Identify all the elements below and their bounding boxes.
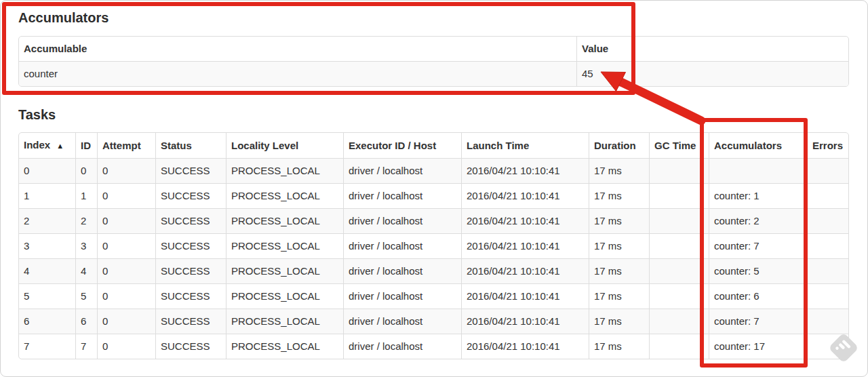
page-content: Accumulators AccumulableValue counter45 … <box>0 0 868 359</box>
table-cell: 2016/04/21 10:10:41 <box>461 208 589 233</box>
table-cell: 17 ms <box>589 283 649 309</box>
tasks-table: Index▲IDAttemptStatusLocality LevelExecu… <box>19 133 849 359</box>
table-cell: 7 <box>19 334 75 359</box>
tasks-section-heading: Tasks <box>18 106 868 123</box>
table-cell: 0 <box>97 283 155 309</box>
column-header-errors[interactable]: Errors <box>807 133 849 158</box>
table-cell: counter: 5 <box>709 258 807 283</box>
table-cell: counter: 1 <box>709 183 807 208</box>
table-cell <box>807 283 849 309</box>
table-cell: 17 ms <box>589 183 649 208</box>
table-cell: 0 <box>97 183 155 208</box>
table-cell: 17 ms <box>589 334 649 359</box>
table-cell: 3 <box>19 233 75 258</box>
table-cell: 2016/04/21 10:10:41 <box>461 183 589 208</box>
table-cell: 2016/04/21 10:10:41 <box>461 258 589 283</box>
table-cell: driver / localhost <box>343 283 461 309</box>
table-row: 550SUCCESSPROCESS_LOCALdriver / localhos… <box>19 283 849 309</box>
table-cell: PROCESS_LOCAL <box>226 158 343 183</box>
table-cell: counter: 7 <box>709 309 807 334</box>
table-row: 660SUCCESSPROCESS_LOCALdriver / localhos… <box>19 309 849 334</box>
table-cell: driver / localhost <box>343 258 461 283</box>
column-header-value: Value <box>576 37 849 61</box>
table-cell: 17 ms <box>589 309 649 334</box>
table-cell: SUCCESS <box>155 158 226 183</box>
table-cell: SUCCESS <box>155 208 226 233</box>
table-cell: driver / localhost <box>343 208 461 233</box>
table-cell: SUCCESS <box>155 258 226 283</box>
table-cell: 17 ms <box>589 258 649 283</box>
table-cell: 0 <box>97 158 155 183</box>
table-row: 220SUCCESSPROCESS_LOCALdriver / localhos… <box>19 208 849 233</box>
table-cell: 4 <box>19 258 75 283</box>
table-cell: 17 ms <box>589 158 649 183</box>
table-cell: 17 ms <box>589 233 649 258</box>
table-row: counter45 <box>19 61 849 86</box>
table-cell: 2016/04/21 10:10:41 <box>461 309 589 334</box>
table-cell <box>807 233 849 258</box>
column-header-executor-id-host[interactable]: Executor ID / Host <box>343 133 461 158</box>
table-cell: 0 <box>97 309 155 334</box>
table-cell <box>649 158 709 183</box>
sort-ascending-icon: ▲ <box>56 142 64 150</box>
table-row: 770SUCCESSPROCESS_LOCALdriver / localhos… <box>19 334 849 359</box>
column-header-locality-level[interactable]: Locality Level <box>226 133 343 158</box>
table-cell: 2016/04/21 10:10:41 <box>461 158 589 183</box>
table-row: 000SUCCESSPROCESS_LOCALdriver / localhos… <box>19 158 849 183</box>
table-cell: 2016/04/21 10:10:41 <box>461 334 589 359</box>
accumulators-table: AccumulableValue counter45 <box>19 37 849 86</box>
table-row: 440SUCCESSPROCESS_LOCALdriver / localhos… <box>19 258 849 283</box>
accumulators-header-row: AccumulableValue <box>19 37 849 61</box>
table-cell: PROCESS_LOCAL <box>226 233 343 258</box>
table-cell: 0 <box>97 334 155 359</box>
table-cell <box>649 309 709 334</box>
column-header-index[interactable]: Index▲ <box>19 133 75 158</box>
column-header-status[interactable]: Status <box>155 133 226 158</box>
table-cell <box>649 208 709 233</box>
table-cell: 0 <box>97 258 155 283</box>
table-cell: 2 <box>19 208 75 233</box>
table-cell: counter: 7 <box>709 233 807 258</box>
table-cell: driver / localhost <box>343 158 461 183</box>
table-cell: SUCCESS <box>155 283 226 309</box>
table-cell: 2016/04/21 10:10:41 <box>461 283 589 309</box>
table-cell: 1 <box>19 183 75 208</box>
table-cell: 5 <box>75 283 97 309</box>
column-header-launch-time[interactable]: Launch Time <box>461 133 589 158</box>
table-cell: 3 <box>75 233 97 258</box>
table-row: 110SUCCESSPROCESS_LOCALdriver / localhos… <box>19 183 849 208</box>
skitch-stamp-icon <box>826 330 861 365</box>
table-cell: driver / localhost <box>343 233 461 258</box>
table-cell: 17 ms <box>589 208 649 233</box>
table-cell: SUCCESS <box>155 309 226 334</box>
table-cell: 0 <box>75 158 97 183</box>
table-cell: driver / localhost <box>343 334 461 359</box>
column-header-attempt[interactable]: Attempt <box>97 133 155 158</box>
table-cell: 0 <box>19 158 75 183</box>
table-cell: driver / localhost <box>343 183 461 208</box>
table-cell: 0 <box>97 208 155 233</box>
table-row: 330SUCCESSPROCESS_LOCALdriver / localhos… <box>19 233 849 258</box>
tasks-table-wrap: Index▲IDAttemptStatusLocality LevelExecu… <box>18 132 849 359</box>
table-cell <box>649 233 709 258</box>
table-cell: counter: 2 <box>709 208 807 233</box>
column-header-duration[interactable]: Duration <box>589 133 649 158</box>
column-header-gc-time[interactable]: GC Time <box>649 133 709 158</box>
table-cell: 6 <box>75 309 97 334</box>
column-header-accumulable: Accumulable <box>19 37 576 61</box>
table-cell <box>807 258 849 283</box>
table-cell: driver / localhost <box>343 309 461 334</box>
table-cell <box>807 183 849 208</box>
table-cell: counter <box>19 61 576 86</box>
column-header-id[interactable]: ID <box>75 133 97 158</box>
table-cell <box>807 208 849 233</box>
table-cell <box>649 258 709 283</box>
table-cell: 7 <box>75 334 97 359</box>
table-cell: SUCCESS <box>155 183 226 208</box>
column-header-accumulators[interactable]: Accumulators <box>709 133 807 158</box>
table-cell: 2 <box>75 208 97 233</box>
table-cell <box>807 158 849 183</box>
table-cell: 5 <box>19 283 75 309</box>
table-cell: SUCCESS <box>155 233 226 258</box>
table-cell: counter: 17 <box>709 334 807 359</box>
